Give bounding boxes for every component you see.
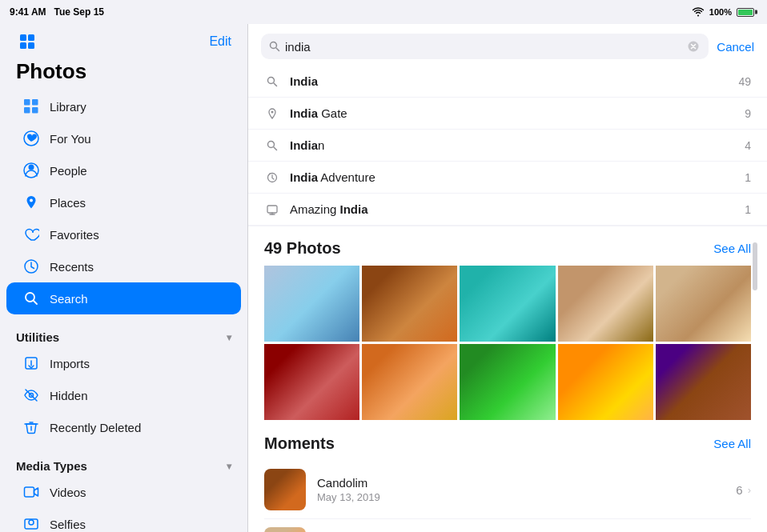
places-icon: [22, 194, 40, 211]
moment-candolim[interactable]: Candolim May 13, 2019 6 ›: [264, 461, 751, 519]
status-date: Tue Sep 15: [54, 6, 104, 18]
svg-point-25: [271, 110, 274, 113]
search-input[interactable]: [285, 40, 681, 54]
moment-anjuna-beach[interactable]: Anjuna Beach May 11, 2019 7 ›: [264, 519, 751, 532]
photo-cell[interactable]: [558, 344, 653, 420]
sidebar-item-imports[interactable]: Imports: [6, 347, 241, 379]
suggestions-list: India 49 India Gate: [248, 66, 767, 226]
sidebar-item-label: People: [50, 164, 87, 178]
location-suggestion-icon: [264, 108, 280, 119]
history-suggestion-icon: [264, 172, 280, 183]
moments-section-header: Moments See All: [264, 434, 751, 453]
sidebar-item-videos[interactable]: Videos: [6, 476, 241, 508]
sidebar-item-label: Favorites: [50, 228, 99, 242]
sidebar-item-label: For You: [50, 132, 91, 146]
favorites-icon: [22, 226, 40, 243]
photos-grid-icon[interactable]: [16, 30, 38, 53]
sidebar-item-library[interactable]: Library: [6, 90, 241, 122]
sidebar-item-label: Library: [50, 100, 86, 114]
photos-see-all-button[interactable]: See All: [713, 242, 751, 255]
svg-rect-17: [25, 487, 34, 497]
photo-cell[interactable]: [460, 344, 555, 420]
sidebar-header: Edit: [0, 24, 247, 56]
sidebar-item-favorites[interactable]: Favorites: [6, 218, 241, 250]
sidebar-item-hidden[interactable]: Hidden: [6, 379, 241, 411]
svg-rect-6: [24, 107, 30, 114]
recents-icon: [22, 258, 40, 275]
sidebar-item-recents[interactable]: Recents: [6, 250, 241, 282]
svg-rect-3: [28, 42, 34, 49]
album-suggestion-icon: [264, 204, 280, 215]
sidebar-item-people[interactable]: People: [6, 154, 241, 186]
sidebar-title: Photos: [0, 56, 247, 90]
svg-rect-0: [20, 34, 26, 41]
photo-cell[interactable]: [656, 344, 751, 420]
svg-rect-1: [28, 34, 34, 41]
sidebar-item-search[interactable]: Search: [6, 282, 241, 314]
main-content: Cancel India 49: [248, 24, 767, 532]
videos-icon: [22, 483, 40, 501]
suggestion-count: 9: [745, 107, 751, 120]
status-bar: 9:41 AM Tue Sep 15 100%: [0, 0, 767, 24]
suggestion-indian[interactable]: Indian 4: [248, 130, 767, 162]
suggestion-count: 1: [745, 171, 751, 184]
photo-cell[interactable]: [264, 266, 359, 342]
photo-cell[interactable]: [362, 266, 457, 342]
utilities-section-header[interactable]: Utilities ▾: [0, 321, 247, 347]
moment-chevron-icon: ›: [748, 484, 751, 496]
media-types-section-header[interactable]: Media Types ▾: [0, 450, 247, 476]
photo-cell[interactable]: [264, 344, 359, 420]
photo-cell[interactable]: [362, 344, 457, 420]
sidebar-item-label: Search: [50, 292, 88, 306]
svg-point-24: [268, 77, 275, 83]
search-suggestion-icon2: [264, 140, 280, 151]
sidebar-item-label: Places: [50, 196, 86, 210]
svg-point-26: [268, 141, 275, 147]
photo-cell[interactable]: [656, 266, 751, 342]
photos-section-header: 49 Photos See All: [264, 239, 751, 258]
suggestion-india-gate[interactable]: India Gate 9: [248, 98, 767, 130]
photo-cell[interactable]: [460, 266, 555, 342]
moment-info: Candolim May 13, 2019: [317, 476, 725, 503]
suggestion-label: India Gate: [290, 106, 347, 120]
moment-date: May 13, 2019: [317, 491, 725, 503]
sidebar-item-selfies[interactable]: Selfies: [6, 508, 241, 532]
sidebar-item-recently-deleted[interactable]: Recently Deleted: [6, 411, 241, 443]
suggestion-label: India Adventure: [290, 170, 375, 184]
search-input-wrapper: [261, 34, 709, 59]
search-bar-container: Cancel: [248, 24, 767, 66]
edit-button[interactable]: Edit: [209, 34, 231, 49]
cancel-button[interactable]: Cancel: [717, 40, 754, 54]
search-clear-button[interactable]: [686, 39, 701, 54]
suggestion-label: Indian: [290, 138, 324, 152]
search-icon: [269, 41, 280, 52]
library-icon: [22, 98, 40, 115]
sidebar-item-label: Hidden: [50, 389, 88, 402]
svg-rect-19: [25, 519, 38, 529]
moments-section: Moments See All Candolim May 13, 2019 6 …: [248, 426, 767, 532]
selfies-icon: [22, 515, 40, 532]
sidebar-item-label: Imports: [50, 357, 90, 370]
svg-point-18: [29, 520, 34, 525]
suggestion-india-adventure[interactable]: India Adventure 1: [248, 162, 767, 194]
photo-cell[interactable]: [558, 266, 653, 342]
svg-rect-28: [267, 206, 277, 213]
app-container: Edit Photos Library: [0, 24, 767, 532]
sidebar-item-for-you[interactable]: For You: [6, 122, 241, 154]
moment-name: Candolim: [317, 476, 725, 490]
imports-icon: [22, 354, 40, 372]
photo-grid: [264, 266, 751, 420]
utilities-chevron: ▾: [227, 332, 231, 343]
moment-thumbnail: [264, 469, 306, 510]
photos-section: 49 Photos See All: [248, 226, 767, 426]
suggestion-india[interactable]: India 49: [248, 66, 767, 98]
search-suggestion-icon: [264, 76, 280, 87]
utilities-label: Utilities: [16, 330, 59, 344]
battery-icon: [737, 8, 754, 17]
suggestion-count: 49: [738, 75, 751, 88]
sidebar-item-label: Recently Deleted: [50, 421, 141, 434]
suggestion-label: India: [290, 74, 318, 88]
sidebar-item-places[interactable]: Places: [6, 186, 241, 218]
moments-see-all-button[interactable]: See All: [713, 437, 751, 450]
suggestion-amazing-india[interactable]: Amazing India 1: [248, 194, 767, 226]
